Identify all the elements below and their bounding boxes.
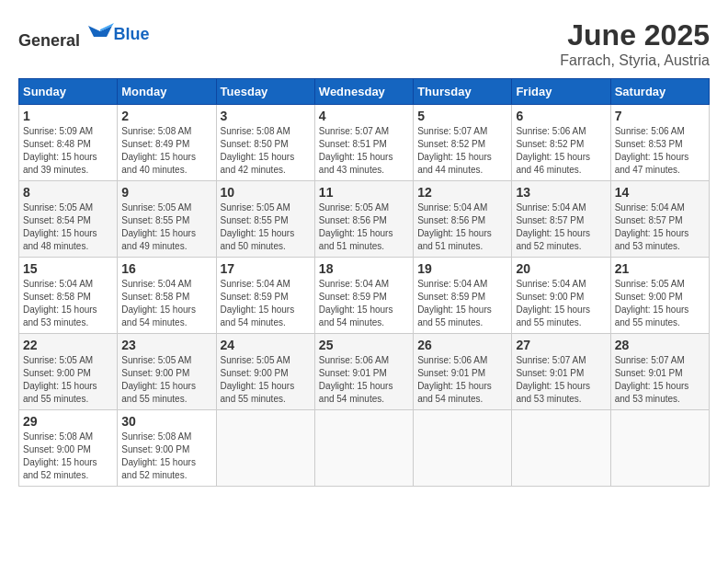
calendar-cell: 15Sunrise: 5:04 AMSunset: 8:58 PMDayligh… xyxy=(19,258,118,334)
calendar-cell: 9Sunrise: 5:05 AMSunset: 8:55 PMDaylight… xyxy=(118,181,216,258)
calendar-cell xyxy=(216,410,314,487)
calendar-cell: 24Sunrise: 5:05 AMSunset: 9:00 PMDayligh… xyxy=(216,334,314,410)
day-info: Sunrise: 5:06 AMSunset: 9:01 PMDaylight:… xyxy=(417,354,507,406)
calendar-cell: 11Sunrise: 5:05 AMSunset: 8:56 PMDayligh… xyxy=(314,181,413,258)
day-info: Sunrise: 5:04 AMSunset: 9:00 PMDaylight:… xyxy=(516,278,606,329)
day-number: 11 xyxy=(319,185,409,200)
day-number: 16 xyxy=(121,261,211,276)
day-info: Sunrise: 5:05 AMSunset: 9:00 PMDaylight:… xyxy=(221,354,311,406)
weekday-label: Thursday xyxy=(414,79,512,105)
calendar-cell: 7Sunrise: 5:06 AMSunset: 8:53 PMDaylight… xyxy=(610,105,709,181)
day-number: 3 xyxy=(221,109,311,123)
calendar-row: 29Sunrise: 5:08 AMSunset: 9:00 PMDayligh… xyxy=(19,410,710,487)
day-info: Sunrise: 5:04 AMSunset: 8:58 PMDaylight:… xyxy=(23,278,113,329)
calendar-row: 8Sunrise: 5:05 AMSunset: 8:54 PMDaylight… xyxy=(19,181,710,258)
calendar-cell xyxy=(414,410,512,487)
day-number: 24 xyxy=(221,338,311,352)
calendar-row: 15Sunrise: 5:04 AMSunset: 8:58 PMDayligh… xyxy=(19,258,710,334)
day-info: Sunrise: 5:05 AMSunset: 8:56 PMDaylight:… xyxy=(319,201,409,253)
calendar-cell: 23Sunrise: 5:05 AMSunset: 9:00 PMDayligh… xyxy=(118,334,216,410)
day-number: 12 xyxy=(417,185,507,200)
day-info: Sunrise: 5:08 AMSunset: 8:50 PMDaylight:… xyxy=(221,125,311,177)
logo-blue: Blue xyxy=(114,25,150,43)
logo-icon xyxy=(86,18,114,46)
day-info: Sunrise: 5:08 AMSunset: 9:00 PMDaylight:… xyxy=(121,431,211,482)
day-number: 28 xyxy=(615,338,705,352)
calendar-cell: 4Sunrise: 5:07 AMSunset: 8:51 PMDaylight… xyxy=(314,105,413,181)
calendar-cell xyxy=(314,410,413,487)
calendar-cell: 16Sunrise: 5:04 AMSunset: 8:58 PMDayligh… xyxy=(118,258,216,334)
month-title: June 2025 xyxy=(560,18,710,52)
day-number: 19 xyxy=(417,261,507,276)
title-area: June 2025 Farrach, Styria, Austria xyxy=(560,18,710,69)
day-info: Sunrise: 5:04 AMSunset: 8:57 PMDaylight:… xyxy=(516,201,606,253)
day-number: 7 xyxy=(615,109,705,123)
weekday-label: Friday xyxy=(512,79,610,105)
day-info: Sunrise: 5:04 AMSunset: 8:56 PMDaylight:… xyxy=(417,201,507,253)
day-info: Sunrise: 5:05 AMSunset: 8:54 PMDaylight:… xyxy=(23,201,113,253)
day-number: 15 xyxy=(23,261,113,276)
day-number: 4 xyxy=(319,109,409,123)
day-info: Sunrise: 5:07 AMSunset: 8:51 PMDaylight:… xyxy=(319,125,409,177)
calendar-cell xyxy=(610,410,709,487)
day-number: 27 xyxy=(516,338,606,352)
calendar-cell: 2Sunrise: 5:08 AMSunset: 8:49 PMDaylight… xyxy=(118,105,216,181)
weekday-label: Monday xyxy=(118,79,216,105)
calendar-cell xyxy=(512,410,610,487)
day-number: 14 xyxy=(615,185,705,200)
day-info: Sunrise: 5:09 AMSunset: 8:48 PMDaylight:… xyxy=(23,125,113,177)
day-info: Sunrise: 5:04 AMSunset: 8:59 PMDaylight:… xyxy=(319,278,409,329)
calendar-cell: 14Sunrise: 5:04 AMSunset: 8:57 PMDayligh… xyxy=(610,181,709,258)
calendar-cell: 3Sunrise: 5:08 AMSunset: 8:50 PMDaylight… xyxy=(216,105,314,181)
calendar-row: 1Sunrise: 5:09 AMSunset: 8:48 PMDaylight… xyxy=(19,105,710,181)
day-info: Sunrise: 5:04 AMSunset: 8:58 PMDaylight:… xyxy=(121,278,211,329)
weekday-header: SundayMondayTuesdayWednesdayThursdayFrid… xyxy=(19,79,710,105)
day-info: Sunrise: 5:08 AMSunset: 8:49 PMDaylight:… xyxy=(121,125,211,177)
calendar-cell: 25Sunrise: 5:06 AMSunset: 9:01 PMDayligh… xyxy=(314,334,413,410)
day-number: 30 xyxy=(121,414,211,429)
weekday-label: Sunday xyxy=(19,79,118,105)
calendar-row: 22Sunrise: 5:05 AMSunset: 9:00 PMDayligh… xyxy=(19,334,710,410)
calendar-cell: 26Sunrise: 5:06 AMSunset: 9:01 PMDayligh… xyxy=(414,334,512,410)
day-number: 25 xyxy=(319,338,409,352)
weekday-label: Wednesday xyxy=(314,79,413,105)
header: General Blue June 2025 Farrach, Styria, … xyxy=(18,18,710,69)
calendar-body: 1Sunrise: 5:09 AMSunset: 8:48 PMDaylight… xyxy=(19,105,710,487)
day-number: 9 xyxy=(121,185,211,200)
day-number: 20 xyxy=(516,261,606,276)
calendar: SundayMondayTuesdayWednesdayThursdayFrid… xyxy=(18,78,710,487)
day-info: Sunrise: 5:05 AMSunset: 9:00 PMDaylight:… xyxy=(23,354,113,406)
location-title: Farrach, Styria, Austria xyxy=(560,52,710,69)
calendar-cell: 17Sunrise: 5:04 AMSunset: 8:59 PMDayligh… xyxy=(216,258,314,334)
day-info: Sunrise: 5:04 AMSunset: 8:59 PMDaylight:… xyxy=(221,278,311,329)
calendar-cell: 6Sunrise: 5:06 AMSunset: 8:52 PMDaylight… xyxy=(512,105,610,181)
calendar-cell: 18Sunrise: 5:04 AMSunset: 8:59 PMDayligh… xyxy=(314,258,413,334)
day-number: 23 xyxy=(121,338,211,352)
day-info: Sunrise: 5:06 AMSunset: 8:53 PMDaylight:… xyxy=(615,125,705,177)
day-number: 10 xyxy=(221,185,311,200)
calendar-cell: 22Sunrise: 5:05 AMSunset: 9:00 PMDayligh… xyxy=(19,334,118,410)
day-number: 17 xyxy=(221,261,311,276)
day-info: Sunrise: 5:05 AMSunset: 9:00 PMDaylight:… xyxy=(615,278,705,329)
calendar-cell: 19Sunrise: 5:04 AMSunset: 8:59 PMDayligh… xyxy=(414,258,512,334)
day-number: 1 xyxy=(23,109,113,123)
calendar-cell: 27Sunrise: 5:07 AMSunset: 9:01 PMDayligh… xyxy=(512,334,610,410)
calendar-cell: 12Sunrise: 5:04 AMSunset: 8:56 PMDayligh… xyxy=(414,181,512,258)
day-number: 5 xyxy=(417,109,507,123)
day-info: Sunrise: 5:06 AMSunset: 9:01 PMDaylight:… xyxy=(319,354,409,406)
day-info: Sunrise: 5:05 AMSunset: 8:55 PMDaylight:… xyxy=(121,201,211,253)
weekday-label: Saturday xyxy=(610,79,709,105)
calendar-cell: 29Sunrise: 5:08 AMSunset: 9:00 PMDayligh… xyxy=(19,410,118,487)
day-info: Sunrise: 5:05 AMSunset: 9:00 PMDaylight:… xyxy=(121,354,211,406)
day-number: 8 xyxy=(23,185,113,200)
day-number: 2 xyxy=(121,109,211,123)
calendar-cell: 10Sunrise: 5:05 AMSunset: 8:55 PMDayligh… xyxy=(216,181,314,258)
day-number: 6 xyxy=(516,109,606,123)
calendar-cell: 5Sunrise: 5:07 AMSunset: 8:52 PMDaylight… xyxy=(414,105,512,181)
calendar-cell: 1Sunrise: 5:09 AMSunset: 8:48 PMDaylight… xyxy=(19,105,118,181)
calendar-cell: 13Sunrise: 5:04 AMSunset: 8:57 PMDayligh… xyxy=(512,181,610,258)
day-info: Sunrise: 5:05 AMSunset: 8:55 PMDaylight:… xyxy=(221,201,311,253)
day-number: 26 xyxy=(417,338,507,352)
day-info: Sunrise: 5:04 AMSunset: 8:57 PMDaylight:… xyxy=(615,201,705,253)
weekday-label: Tuesday xyxy=(216,79,314,105)
